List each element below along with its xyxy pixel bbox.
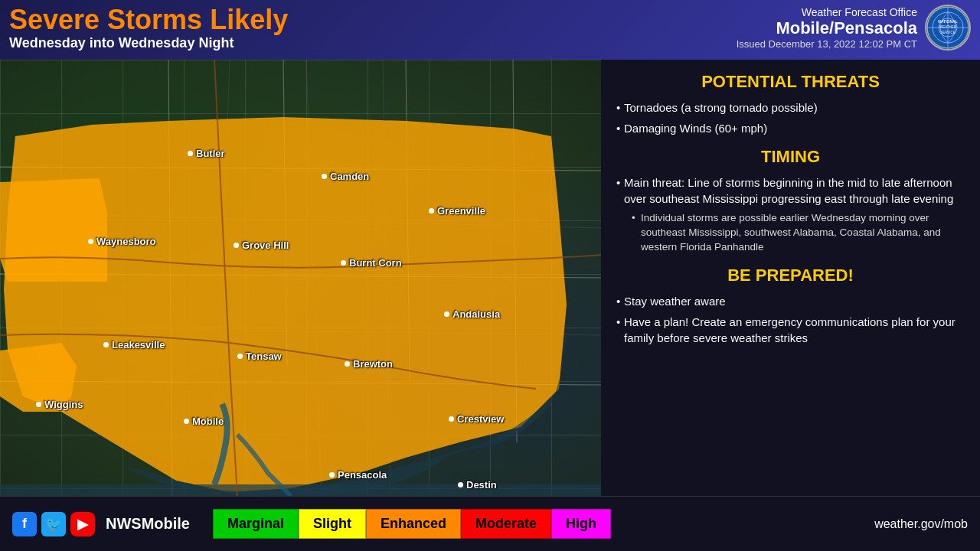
city-dot	[345, 361, 350, 367]
city-label: Brewton	[345, 358, 393, 370]
city-dot	[103, 342, 109, 347]
city-label: Burnt Corn	[341, 257, 402, 269]
social-icons: f 🐦 ▶	[12, 512, 95, 536]
legend-item: Slight	[299, 509, 366, 539]
city-name: Pensacola	[338, 469, 387, 481]
city-name: Wiggins	[44, 399, 83, 410]
nws-logo: NATIONAL WEATHER SERVICE	[925, 5, 971, 51]
svg-marker-20	[4, 117, 567, 492]
city-name: Butler	[196, 148, 225, 159]
city-dot	[322, 174, 327, 179]
city-name: Brewton	[353, 358, 393, 370]
city-dot	[458, 482, 463, 487]
city-name: Tensaw	[246, 350, 282, 362]
city-dot	[444, 311, 449, 317]
city-dot	[88, 239, 93, 244]
main-title: Severe Storms Likely	[9, 5, 288, 35]
legend-items: MarginalSlightEnhancedModerateHigh	[213, 509, 611, 539]
city-dot	[234, 243, 239, 248]
city-label: Crestview	[449, 413, 504, 425]
youtube-icon[interactable]: ▶	[70, 512, 95, 536]
city-label: Camden	[322, 171, 369, 182]
legend-item: Marginal	[213, 509, 299, 539]
city-label: Pensacola	[329, 469, 387, 481]
city-name: Burnt Corn	[349, 257, 402, 269]
city-label: Waynesboro	[88, 236, 156, 247]
city-label: Andalusia	[444, 308, 500, 320]
facebook-icon[interactable]: f	[12, 512, 37, 536]
city-label: Leakesville	[103, 339, 165, 350]
header: Severe Storms Likely Wednesday into Wedn…	[0, 0, 980, 60]
city-dot	[429, 208, 434, 214]
prepared-2: Have a plan! Create an emergency communi…	[616, 314, 965, 346]
affected-area-overlay	[0, 60, 601, 496]
city-name: Leakesville	[112, 339, 165, 350]
legend-item: Enhanced	[366, 509, 461, 539]
city-name: Andalusia	[452, 308, 500, 320]
city-dot	[449, 416, 454, 422]
legend-item: High	[551, 509, 611, 539]
nws-info: Weather Forecast Office Mobile/Pensacola…	[737, 6, 917, 50]
potential-threats-title: POTENTIAL THREATS	[616, 72, 965, 92]
svg-text:NATIONAL: NATIONAL	[938, 19, 957, 24]
city-label: Wiggins	[36, 399, 83, 410]
prepared-1: Stay weather aware	[616, 293, 965, 309]
city-name: Grove Hill	[242, 240, 289, 251]
main-content: ButlerCamdenGreenvilleWaynesboroGrove Hi…	[0, 60, 980, 496]
nws-issued: Issued December 13, 2022 12:02 PM CT	[737, 38, 917, 50]
timing-sub: Individual storms are possible earlier W…	[632, 211, 965, 255]
svg-rect-23	[0, 484, 601, 496]
city-dot	[341, 260, 346, 266]
city-label: Grove Hill	[234, 240, 289, 251]
city-name: Destin	[466, 479, 497, 491]
threat-2: Damaging Winds (60+ mph)	[616, 120, 965, 136]
city-dot	[188, 151, 193, 156]
city-label: Greenville	[429, 205, 485, 217]
footer-url: weather.gov/mob	[874, 517, 968, 531]
right-panel: POTENTIAL THREATS Tornadoes (a strong to…	[601, 60, 980, 496]
footer: f 🐦 ▶ NWSMobile MarginalSlightEnhancedMo…	[0, 496, 980, 551]
svg-text:WEATHER: WEATHER	[939, 25, 957, 29]
city-dot	[237, 354, 243, 359]
subtitle: Wednesday into Wednesday Night	[9, 35, 288, 51]
office-label: Weather Forecast Office	[737, 6, 917, 18]
nws-handle: NWSMobile	[106, 515, 190, 533]
timing-title: TIMING	[616, 147, 965, 167]
city-name: Crestview	[457, 413, 504, 425]
city-name: Greenville	[437, 205, 485, 217]
city-label: Butler	[188, 148, 225, 159]
city-label: Tensaw	[237, 350, 282, 362]
legend-area: MarginalSlightEnhancedModerateHigh	[213, 509, 874, 539]
header-right: Weather Forecast Office Mobile/Pensacola…	[737, 5, 971, 51]
map-area: ButlerCamdenGreenvilleWaynesboroGrove Hi…	[0, 60, 601, 496]
city-name: Camden	[330, 171, 369, 182]
svg-marker-22	[0, 178, 107, 282]
city-name: Waynesboro	[96, 236, 156, 247]
prepared-title: BE PREPARED!	[616, 266, 965, 285]
city-label: Destin	[458, 479, 497, 491]
city-dot	[184, 419, 189, 424]
threat-1: Tornadoes (a strong tornado possible)	[616, 99, 965, 116]
city-name: Mobile	[192, 416, 224, 427]
city-label: Mobile	[184, 416, 224, 427]
timing-main: Main threat: Line of storms beginning in…	[616, 174, 965, 207]
city-dot	[329, 472, 335, 478]
svg-text:SERVICE: SERVICE	[940, 31, 956, 34]
twitter-icon[interactable]: 🐦	[41, 512, 66, 536]
nws-office: Mobile/Pensacola	[737, 18, 917, 38]
city-dot	[36, 402, 41, 407]
header-left: Severe Storms Likely Wednesday into Wedn…	[9, 5, 288, 51]
legend-item: Moderate	[461, 509, 551, 539]
